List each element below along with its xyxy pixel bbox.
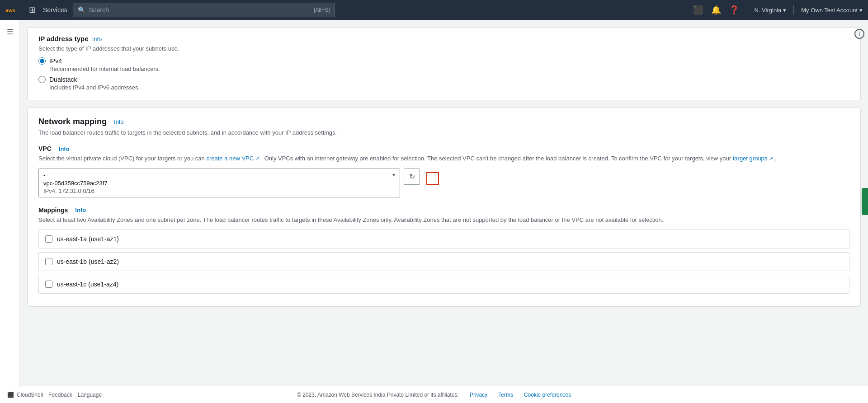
sidebar: ☰ <box>0 20 20 386</box>
red-highlight-box <box>426 172 439 185</box>
network-mapping-title: Network mapping <box>38 117 107 127</box>
az-label-use1-az2: us-east-1b (use1-az2) <box>57 258 119 265</box>
vpc-external-icon: ↗ <box>255 156 259 161</box>
search-icon: 🔍 <box>78 6 85 14</box>
vpc-dropdown[interactable]: - ▾ vpc-05d359cc759ac23f7 IPv4: 172.31.0… <box>38 169 400 197</box>
footer-copyright: © 2023, Amazon Web Services India Privat… <box>297 392 459 398</box>
cloudshell-footer[interactable]: ⬛ CloudShell <box>7 392 43 398</box>
terms-link[interactable]: Terms <box>498 392 513 398</box>
account-label: My Own Test Account <box>801 7 858 14</box>
vpc-description: Select the virtual private cloud (VPC) f… <box>38 154 849 163</box>
terminal-icon[interactable]: ⬛ <box>693 5 703 15</box>
ip-address-info-link[interactable]: Info <box>92 36 102 42</box>
region-selector[interactable]: N. Virginia ▾ <box>755 7 787 14</box>
network-mapping-section: Network mapping Info The load balancer r… <box>27 108 861 307</box>
target-groups-link[interactable]: target groups <box>733 155 768 162</box>
az-checkbox-use1-az1[interactable] <box>45 235 52 243</box>
cloudshell-icon: ⬛ <box>7 392 14 398</box>
ipv4-hint: Recommended for internal load balancers. <box>49 66 849 72</box>
ip-address-type-title: IP address type <box>38 35 89 42</box>
vpc-title: VPC Info <box>38 145 849 152</box>
dualstack-text: Dualstack <box>49 76 77 83</box>
sidebar-menu-icon[interactable]: ☰ <box>2 23 18 40</box>
bell-icon[interactable]: 🔔 <box>711 5 722 15</box>
content-area: IP address type Info Select the type of … <box>20 20 868 386</box>
network-mapping-header: Network mapping Info <box>38 117 849 127</box>
feedback-link[interactable]: Feedback <box>48 392 72 398</box>
services-menu[interactable]: Services <box>43 6 67 14</box>
dualstack-radio[interactable] <box>38 76 46 83</box>
mappings-desc: Select at least two Availability Zones a… <box>38 216 849 225</box>
svg-text:aws: aws <box>5 7 16 13</box>
ipv4-label[interactable]: IPv4 <box>38 57 849 65</box>
mappings-subsection: Mappings Info Select at least two Availa… <box>38 206 849 294</box>
refresh-button[interactable]: ↻ <box>404 169 420 185</box>
mappings-info-link[interactable]: Info <box>75 206 86 213</box>
az-checkbox-use1-az4[interactable] <box>45 281 52 288</box>
target-groups-external-icon: ↗ <box>769 156 773 161</box>
page-info-icon[interactable]: i <box>854 29 864 39</box>
network-mapping-info-link[interactable]: Info <box>114 118 124 125</box>
vpc-select-row: - ▾ vpc-05d359cc759ac23f7 IPv4: 172.31.0… <box>38 169 849 197</box>
search-shortcut: [Alt+S] <box>314 7 330 13</box>
vpc-label: VPC <box>38 145 52 152</box>
region-label: N. Virginia <box>755 7 782 14</box>
search-bar[interactable]: 🔍 [Alt+S] <box>73 3 335 17</box>
vpc-chevron-icon: ▾ <box>392 172 395 178</box>
vpc-subsection: VPC Info Select the virtual private clou… <box>38 145 849 197</box>
vpc-desc-part1: Select the virtual private cloud (VPC) f… <box>38 155 205 162</box>
help-icon[interactable]: ❓ <box>729 5 740 15</box>
footer: ⬛ CloudShell Feedback Language © 2023, A… <box>0 386 868 403</box>
privacy-link[interactable]: Privacy <box>470 392 487 398</box>
region-chevron: ▾ <box>783 7 786 14</box>
vpc-cidr: IPv4: 172.31.0.0/16 <box>43 187 395 194</box>
aws-logo[interactable]: aws <box>5 4 22 16</box>
vpc-info-link[interactable]: Info <box>59 145 70 152</box>
right-info-panel: i <box>854 29 864 39</box>
nav-divider-2 <box>793 5 794 14</box>
ip-address-type-section: IP address type Info Select the type of … <box>27 27 861 100</box>
dualstack-option: Dualstack Includes IPv4 and IPv6 address… <box>38 76 849 91</box>
dualstack-label[interactable]: Dualstack <box>38 76 849 83</box>
cookie-link[interactable]: Cookie preferences <box>524 392 571 398</box>
az-item-use1-az4: us-east-1c (use1-az4) <box>38 275 849 294</box>
nav-icons: ⬛ 🔔 ❓ N. Virginia ▾ My Own Test Account … <box>693 5 863 15</box>
account-menu[interactable]: My Own Test Account ▾ <box>801 7 863 14</box>
main-layout: ☰ IP address type Info Select the type o… <box>0 20 868 386</box>
ip-type-radio-group: IPv4 Recommended for internal load balan… <box>38 57 849 91</box>
az-checkbox-use1-az2[interactable] <box>45 258 52 265</box>
search-input[interactable] <box>89 6 310 14</box>
ipv4-radio[interactable] <box>38 57 46 65</box>
az-item-use1-az1: us-east-1a (use1-az1) <box>38 230 849 248</box>
mappings-label: Mappings <box>38 206 68 214</box>
account-chevron: ▾ <box>859 7 863 14</box>
grid-menu-icon[interactable]: ⊞ <box>27 3 38 17</box>
vpc-desc-part2: . Only VPCs with an internet gateway are… <box>261 155 731 162</box>
ipv4-option: IPv4 Recommended for internal load balan… <box>38 57 849 72</box>
network-mapping-desc: The load balancer routes traffic to targ… <box>38 129 849 136</box>
mappings-title: Mappings Info <box>38 206 849 214</box>
az-label-use1-az1: us-east-1a (use1-az1) <box>57 235 119 243</box>
language-link[interactable]: Language <box>78 392 102 398</box>
green-feedback-tab[interactable] <box>862 188 868 215</box>
ipv4-text: IPv4 <box>49 57 62 65</box>
dualstack-hint: Includes IPv4 and IPv6 addresses. <box>49 84 849 91</box>
nav-divider <box>747 5 747 14</box>
vpc-dash: - <box>43 172 46 179</box>
az-label-use1-az4: us-east-1c (use1-az4) <box>57 281 118 288</box>
top-navigation: aws ⊞ Services 🔍 [Alt+S] ⬛ 🔔 ❓ N. Virgin… <box>0 0 868 20</box>
cloudshell-label: CloudShell <box>17 392 43 398</box>
az-item-use1-az2: us-east-1b (use1-az2) <box>38 252 849 271</box>
vpc-id: vpc-05d359cc759ac23f7 <box>43 180 395 187</box>
create-vpc-link[interactable]: create a new VPC <box>206 155 254 162</box>
vpc-desc-part3: . <box>775 155 777 162</box>
ip-address-desc: Select the type of IP addresses that you… <box>38 45 849 52</box>
